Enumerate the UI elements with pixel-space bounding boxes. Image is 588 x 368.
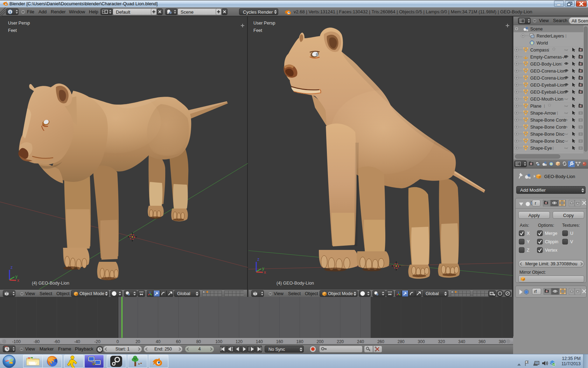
- svg-text:Shape-Bone Disc: Shape-Bone Disc: [530, 139, 564, 144]
- svg-text:380: 380: [499, 339, 506, 344]
- svg-text:-60: -60: [54, 339, 60, 344]
- svg-text:GEO-Eyeball-Lion.: GEO-Eyeball-Lion.: [530, 83, 567, 88]
- svg-text:z: z: [257, 257, 259, 262]
- svg-text:|: |: [553, 146, 554, 150]
- svg-text:Empty-Cameras-A: Empty-Cameras-A: [530, 55, 566, 60]
- svg-text:x: x: [17, 278, 19, 283]
- svg-text:Z: Z: [527, 248, 530, 253]
- svg-text:-40: -40: [74, 339, 80, 344]
- svg-text:GEO-Mouth-Lion: GEO-Mouth-Lion: [530, 97, 564, 102]
- svg-text:|: |: [544, 104, 545, 108]
- svg-text:X: X: [527, 231, 530, 236]
- svg-text:Vertex: Vertex: [545, 248, 558, 253]
- svg-text:z: z: [10, 265, 13, 270]
- svg-text:Shape-Arrow: Shape-Arrow: [530, 111, 556, 116]
- svg-text:Feet: Feet: [8, 28, 17, 33]
- svg-text:Shape-Bone Contr: Shape-Bone Contr: [530, 125, 567, 130]
- svg-text:(4) GEO-Body-Lion: (4) GEO-Body-Lion: [276, 281, 314, 286]
- svg-text:200: 200: [316, 339, 323, 344]
- svg-text:340: 340: [458, 339, 465, 344]
- svg-text:GEO-Corena-Lion.: GEO-Corena-Lion.: [530, 76, 567, 81]
- svg-text:120: 120: [236, 339, 243, 344]
- svg-text:User Persp: User Persp: [253, 21, 275, 26]
- svg-text:GEO-Body-Lion: GEO-Body-Lion: [530, 62, 561, 67]
- svg-text:i: i: [9, 10, 10, 14]
- svg-text:Shape-Bone Disc: Shape-Bone Disc: [530, 132, 564, 137]
- svg-text:World: World: [537, 41, 548, 46]
- svg-text:x: x: [264, 270, 266, 275]
- svg-text:0: 0: [117, 339, 119, 344]
- svg-text:RenderLayers: RenderLayers: [537, 34, 564, 39]
- svg-text:GEO-Eyeball-Lion.: GEO-Eyeball-Lion.: [530, 90, 567, 95]
- svg-text:Compass: Compass: [530, 48, 549, 53]
- svg-text:Shape-Bone Contr: Shape-Bone Contr: [530, 118, 567, 123]
- svg-text:-100: -100: [12, 339, 21, 344]
- svg-text:GEO-Corena-Lion.: GEO-Corena-Lion.: [530, 69, 567, 74]
- svg-text:100: 100: [215, 339, 222, 344]
- svg-text:-80: -80: [34, 339, 40, 344]
- svg-text:160: 160: [276, 339, 283, 344]
- svg-text:Shape-Eye: Shape-Eye: [530, 146, 552, 151]
- svg-text:280: 280: [398, 339, 405, 344]
- svg-text:User Persp: User Persp: [8, 21, 30, 26]
- svg-text:220: 220: [337, 339, 344, 344]
- svg-text:260: 260: [377, 339, 384, 344]
- svg-text:Merge: Merge: [545, 231, 557, 236]
- svg-text:U: U: [570, 231, 573, 236]
- svg-text:360: 360: [478, 339, 485, 344]
- svg-text:Clippin: Clippin: [545, 239, 558, 244]
- svg-text:-20: -20: [94, 339, 100, 344]
- svg-text:|: |: [548, 48, 549, 52]
- svg-text:Feet: Feet: [253, 28, 262, 33]
- svg-text:320: 320: [438, 339, 445, 344]
- svg-text:80: 80: [196, 339, 201, 344]
- svg-text:300: 300: [418, 339, 425, 344]
- svg-text:180: 180: [296, 339, 303, 344]
- svg-text:60: 60: [176, 339, 181, 344]
- svg-text:Y: Y: [527, 239, 530, 244]
- svg-text:20: 20: [135, 339, 140, 344]
- svg-text:Plane: Plane: [530, 104, 541, 109]
- svg-text:V: V: [570, 239, 573, 244]
- svg-text:(4) GEO-Body-Lion: (4) GEO-Body-Lion: [32, 281, 69, 286]
- svg-text:Scene: Scene: [530, 27, 542, 32]
- svg-text:|: |: [565, 34, 566, 38]
- svg-text:|: |: [557, 111, 558, 115]
- svg-text:140: 140: [256, 339, 263, 344]
- svg-text:240: 240: [357, 339, 364, 344]
- svg-text:40: 40: [156, 339, 161, 344]
- svg-text:GEO-Body-Lion: GEO-Body-Lion: [544, 174, 575, 179]
- svg-text:|: |: [561, 62, 562, 66]
